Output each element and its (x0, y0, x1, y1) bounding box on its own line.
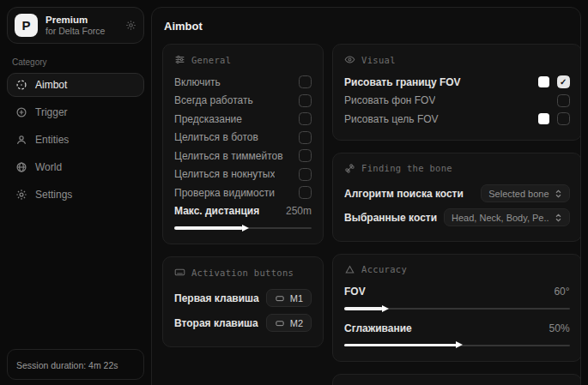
mouse-icon (275, 318, 285, 328)
gear-icon[interactable] (125, 20, 136, 31)
toggle-row: Целиться в тиммейтов (174, 147, 312, 165)
panel-title: Finding the bone (361, 163, 452, 173)
accuracy-panel: Accuracy FOV 60° Сглаживание 50% (332, 254, 581, 362)
checkbox[interactable] (299, 149, 312, 162)
smoothing-slider[interactable] (344, 341, 570, 350)
checkbox[interactable] (299, 168, 312, 181)
checkbox[interactable] (299, 112, 312, 125)
max-distance-slider[interactable] (174, 224, 312, 232)
chevron-updown-icon (555, 189, 562, 198)
sidebar-item-trigger[interactable]: Trigger (7, 100, 144, 124)
slider-value: 250m (286, 205, 312, 217)
checkbox[interactable] (299, 131, 312, 144)
crosshair-icon (15, 79, 27, 91)
brand-subtitle: for Delta Force (45, 26, 118, 36)
slider-label: Макс. дистанция (174, 205, 259, 217)
toggle-row: Целиться в нокнутых (174, 165, 312, 184)
toggle-row: Всегда работать (174, 92, 312, 111)
bone-label: Алгоритм поиска кости (344, 188, 464, 200)
checkbox[interactable] (299, 75, 312, 88)
sidebar-nav: Aimbot Trigger Entities (7, 73, 144, 207)
checkbox[interactable] (557, 112, 570, 125)
brand-card: P Premium for Delta Force (7, 7, 144, 44)
slider-value: 60° (554, 286, 569, 298)
toggle-row: Проверка видимости (174, 183, 312, 202)
keybind-row: Первая клавиша M1 (174, 286, 312, 310)
sidebar-item-world[interactable]: World (7, 155, 144, 179)
activation-buttons-panel: Activation buttons Первая клавиша M1 (162, 256, 324, 347)
eye-icon (344, 54, 355, 65)
toggle-row: Целиться в ботов (174, 129, 312, 147)
sidebar-item-settings[interactable]: Settings (7, 183, 144, 207)
slider-value: 50% (549, 322, 570, 334)
selected-bones-dropdown[interactable]: Head, Neck, Body, Pe.. (444, 208, 570, 226)
panel-title: Activation buttons (191, 268, 294, 278)
panel-title: Visual (361, 55, 396, 65)
main-panel: Aimbot General Включить (151, 7, 581, 385)
brand-title: Premium (45, 15, 118, 26)
checkbox[interactable] (299, 94, 312, 107)
sidebar-item-label: Trigger (35, 106, 68, 118)
visual-row: Рисовать фон FOV (344, 92, 570, 111)
sliders-icon (174, 54, 185, 65)
sidebar: P Premium for Delta Force Category Aimbo… (0, 0, 151, 385)
keybind-value: M1 (290, 293, 303, 304)
users-icon (15, 134, 27, 146)
slider-thumb[interactable] (242, 225, 249, 232)
dropdown-value: Head, Neck, Body, Pe.. (452, 213, 549, 223)
slider-row: Макс. дистанция 250m (174, 202, 312, 221)
category-label: Category (12, 57, 144, 67)
keybind-button-m1[interactable]: M1 (266, 289, 312, 307)
slider-thumb[interactable] (382, 305, 389, 312)
toggle-label: Целиться в тиммейтов (174, 150, 283, 162)
bone-icon (344, 163, 355, 174)
checkbox[interactable] (557, 75, 570, 88)
toggle-row: Предсказание (174, 110, 312, 129)
toggle-label: Целиться в нокнутых (174, 168, 275, 180)
sidebar-item-entities[interactable]: Entities (7, 128, 144, 152)
visual-row: Рисовать цель FOV (344, 110, 570, 129)
visual-row: Рисовать границу FOV (344, 73, 570, 92)
color-swatch[interactable] (538, 76, 549, 87)
slider-row: FOV 60° (344, 283, 570, 302)
dropdown-value: Selected bone (488, 189, 549, 199)
toggle-label: Всегда работать (174, 94, 253, 106)
slider-thumb[interactable] (456, 341, 463, 348)
chevron-updown-icon (555, 214, 562, 222)
panel-title: Accuracy (361, 264, 407, 274)
keybind-label: Вторая клавиша (174, 317, 258, 329)
mouse-icon (275, 293, 285, 304)
sidebar-item-aimbot[interactable]: Aimbot (7, 73, 144, 97)
visual-panel: Visual Рисовать границу FOV Рисовать фон… (332, 44, 581, 141)
toggle-label: Проверка видимости (174, 187, 275, 199)
keyboard-icon (174, 267, 185, 278)
slider-label: FOV (344, 286, 366, 298)
toggle-label: Целиться в ботов (174, 131, 258, 143)
color-swatch[interactable] (538, 113, 549, 124)
globe-icon (15, 161, 27, 173)
switch-delay-panel: Switch Delay Задержка переключения Задер… (332, 374, 581, 385)
visual-label: Рисовать фон FOV (344, 94, 435, 106)
triangle-icon (344, 264, 355, 275)
gear-icon (15, 189, 27, 201)
sidebar-item-label: Aimbot (35, 79, 67, 91)
keybind-value: M2 (290, 318, 303, 328)
slider-label: Сглаживание (344, 322, 412, 334)
sidebar-item-label: Settings (35, 189, 72, 201)
finding-the-bone-panel: Finding the bone Алгоритм поиска кости S… (332, 153, 581, 242)
keybind-label: Первая клавиша (174, 292, 259, 304)
fov-slider[interactable] (344, 304, 570, 313)
bone-algorithm-dropdown[interactable]: Selected bone (481, 184, 569, 202)
keybind-button-m2[interactable]: M2 (266, 314, 312, 332)
checkbox[interactable] (557, 94, 570, 107)
sidebar-item-label: Entities (35, 134, 69, 146)
toggle-label: Включить (174, 76, 221, 88)
general-panel: General Включить Всегда работать Предска… (162, 44, 324, 244)
checkbox[interactable] (299, 186, 312, 199)
panel-title: General (191, 55, 231, 65)
session-duration: Session duration: 4m 22s (7, 349, 144, 380)
toggle-label: Предсказание (174, 113, 242, 125)
visual-label: Рисовать цель FOV (344, 113, 439, 125)
bone-label: Выбранные кости (344, 212, 437, 224)
visual-label: Рисовать границу FOV (344, 76, 461, 88)
